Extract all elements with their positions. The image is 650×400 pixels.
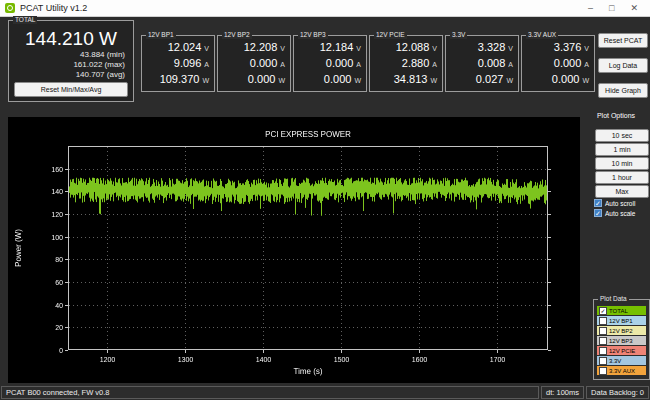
auto-scroll-checkbox[interactable]: ✓ Auto scroll: [594, 199, 635, 207]
checkbox-checked-icon: ✓: [594, 209, 602, 217]
power-value: 0.000: [248, 73, 276, 85]
reset-pcat-button[interactable]: Reset PCAT: [598, 33, 648, 48]
current-unit: A: [432, 61, 437, 68]
plot-data-item-label: 12V BP1: [609, 318, 633, 324]
rail-panel-12v-bp3: 12V BP3 12.184V 0.000A 0.000W: [293, 35, 367, 92]
plot-data-item-label: 3.3V: [609, 358, 621, 364]
rail-panel-3v3: 3.3V 3.328V 0.008A 0.027W: [445, 35, 519, 92]
total-max-value: 161.022 (max): [9, 60, 125, 70]
dt-status: dt: 100ms: [541, 386, 584, 399]
title-bar: PCAT Utility v1.2 – □ ✕: [0, 0, 650, 17]
power-value: 109.370: [160, 73, 200, 85]
voltage-value: 12.184: [320, 41, 354, 53]
current-value: 0.000: [250, 57, 278, 69]
rail-label: 3.3V AUX: [526, 31, 558, 39]
power-unit: W: [354, 77, 361, 84]
data-backlog-status: Data Backlog: 0: [586, 386, 649, 399]
maximize-icon[interactable]: □: [609, 0, 614, 16]
range-10min-button[interactable]: 10 min: [595, 157, 649, 170]
voltage-value: 3.376: [554, 41, 582, 53]
voltage-value: 12.088: [396, 41, 430, 53]
rail-panel-12v-bp1: 12V BP1 12.024V 9.096A 109.370W: [141, 35, 215, 92]
voltage-unit: V: [280, 45, 285, 52]
voltage-value: 12.024: [168, 41, 202, 53]
hide-graph-button[interactable]: Hide Graph: [598, 83, 648, 98]
rail-label: 12V BP1: [146, 31, 176, 39]
current-value: 2.880: [402, 57, 430, 69]
plot-options-label: Plot Options: [584, 112, 648, 119]
rail-label: 12V PCIE: [374, 31, 407, 39]
checkbox-unchecked-icon[interactable]: [599, 337, 607, 345]
total-panel-label: TOTAL: [13, 16, 37, 24]
checkbox-unchecked-icon[interactable]: [599, 317, 607, 325]
voltage-unit: V: [584, 45, 589, 52]
voltage-unit: V: [356, 45, 361, 52]
connection-status: PCAT B00 connected, FW v0.8: [1, 386, 539, 399]
voltage-value: 12.208: [244, 41, 278, 53]
current-unit: A: [356, 61, 361, 68]
close-icon[interactable]: ✕: [630, 0, 638, 16]
window-title: PCAT Utility v1.2: [20, 3, 87, 13]
plot-data-item-12v-bp3[interactable]: 12V BP3: [597, 336, 646, 345]
plot-data-item-12v-pcie[interactable]: 12V PCIE: [597, 346, 646, 355]
current-unit: A: [280, 61, 285, 68]
voltage-unit: V: [204, 45, 209, 52]
auto-scale-label: Auto scale: [605, 210, 635, 217]
app-icon: [5, 3, 15, 13]
plot-data-item-12v-bp2[interactable]: 12V BP2: [597, 326, 646, 335]
power-unit: W: [278, 77, 285, 84]
checkbox-unchecked-icon[interactable]: [599, 357, 607, 365]
current-value: 0.000: [326, 57, 354, 69]
total-panel: TOTAL 144.210 W 43.884 (min) 161.022 (ma…: [8, 20, 134, 102]
auto-scale-checkbox[interactable]: ✓ Auto scale: [594, 209, 635, 217]
power-unit: W: [202, 77, 209, 84]
log-data-button[interactable]: Log Data: [598, 58, 648, 73]
checkbox-unchecked-icon[interactable]: [599, 327, 607, 335]
graph-panel: [8, 117, 580, 383]
total-min-value: 43.884 (min): [9, 50, 125, 60]
status-bar: PCAT B00 connected, FW v0.8 dt: 100ms Da…: [0, 384, 650, 400]
rail-panel-12v-pcie: 12V PCIE 12.088V 2.880A 34.813W: [369, 35, 443, 92]
power-unit: W: [506, 77, 513, 84]
plot-data-item-total[interactable]: ✓TOTAL: [597, 306, 646, 315]
current-unit: A: [204, 61, 209, 68]
checkbox-unchecked-icon[interactable]: [599, 347, 607, 355]
reset-min-max-avg-button[interactable]: Reset Min/Max/Avg: [14, 82, 128, 97]
power-value: 0.000: [552, 73, 580, 85]
voltage-unit: V: [432, 45, 437, 52]
voltage-value: 3.328: [478, 41, 506, 53]
range-max-button[interactable]: Max: [595, 185, 649, 198]
power-value: 0.000: [324, 73, 352, 85]
total-avg-value: 140.707 (avg): [9, 70, 125, 80]
pcat-utility-window: PCAT Utility v1.2 – □ ✕ TOTAL 144.210 W …: [0, 0, 650, 400]
power-value: 0.027: [476, 73, 504, 85]
checkbox-unchecked-icon[interactable]: [599, 367, 607, 375]
range-1min-button[interactable]: 1 min: [595, 143, 649, 156]
current-unit: A: [508, 61, 513, 68]
rail-label: 3.3V: [450, 31, 467, 39]
power-unit: W: [430, 77, 437, 84]
power-chart-canvas: [8, 117, 580, 383]
plot-data-item-12v-bp1[interactable]: 12V BP1: [597, 316, 646, 325]
range-1hour-button[interactable]: 1 hour: [595, 171, 649, 184]
rail-label: 12V BP3: [298, 31, 328, 39]
checkbox-checked-icon: ✓: [594, 199, 602, 207]
plot-data-item-label: TOTAL: [609, 308, 628, 314]
current-value: 9.096: [174, 57, 202, 69]
power-value: 34.813: [394, 73, 428, 85]
plot-data-item-label: 12V BP3: [609, 338, 633, 344]
minimize-icon[interactable]: –: [588, 0, 593, 16]
plot-data-panel: Plot Data ✓TOTAL12V BP112V BP212V BP312V…: [593, 299, 650, 380]
plot-data-item-label: 3.3V AUX: [609, 368, 635, 374]
checkbox-checked-icon[interactable]: ✓: [599, 307, 607, 315]
total-power-value: 144.210 W: [9, 28, 133, 50]
plot-data-item-3-3v-aux[interactable]: 3.3V AUX: [597, 366, 646, 375]
range-10sec-button[interactable]: 10 sec: [595, 129, 649, 142]
rail-panel-3v3-aux: 3.3V AUX 3.376V 0.000A 0.000W: [521, 35, 595, 92]
power-unit: W: [582, 77, 589, 84]
plot-data-item-3-3v[interactable]: 3.3V: [597, 356, 646, 365]
voltage-unit: V: [508, 45, 513, 52]
rail-panel-12v-bp2: 12V BP2 12.208V 0.000A 0.000W: [217, 35, 291, 92]
plot-data-item-label: 12V BP2: [609, 328, 633, 334]
plot-data-label: Plot Data: [598, 295, 629, 303]
